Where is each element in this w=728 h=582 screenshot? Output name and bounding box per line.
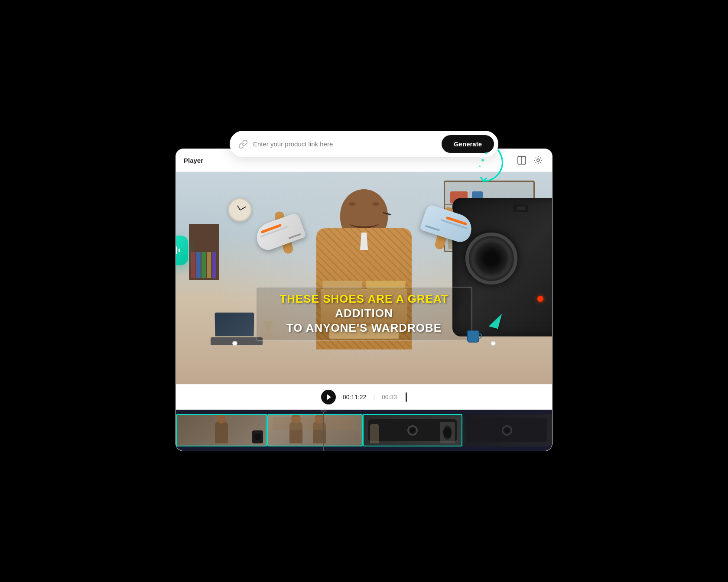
url-input[interactable] [253,140,442,148]
laptop-screen [214,313,254,336]
time-separator: | [373,394,375,401]
timeline-strip [176,414,552,446]
thumb-head-1 [217,414,226,424]
thumb-camera-2 [467,418,548,442]
playhead[interactable] [323,414,324,446]
wall-clock [228,198,252,222]
resize-handle-bottom-right[interactable] [491,341,496,346]
audio-waveform-icon [176,242,181,258]
svg-point-1 [479,165,481,167]
svg-point-10 [537,159,540,162]
camera-red-indicator [537,296,543,302]
left-arm [269,211,299,267]
thumb-person-1 [215,422,228,443]
settings-icon[interactable] [532,154,544,166]
thumb-lens-1 [407,425,418,436]
bookshelf [189,224,219,280]
subtitle-normal-1: ADDITION [335,307,393,320]
camera-lens [465,233,517,285]
timeline-segment-3[interactable] [363,414,462,446]
svg-rect-6 [176,246,177,254]
timeline[interactable] [176,410,552,451]
timeline-segment-4[interactable] [462,414,552,446]
player-header-icons [516,154,544,166]
laptop [211,310,263,345]
video-background: THESE SHOES ARE A GREAT ADDITION TO ANYO… [176,172,552,384]
teal-arrow-decoration [477,148,505,187]
timeline-segment-1[interactable] [176,414,267,446]
video-area: THESE SHOES ARE A GREAT ADDITION TO ANYO… [176,172,552,384]
main-container: Generate Player [169,131,559,451]
subtitle-highlight: THESE SHOES ARE A GREAT [280,292,448,305]
mug [467,330,479,343]
player-window: Player [176,149,552,451]
clock-minute-hand [240,206,246,210]
audio-icon-floating[interactable] [176,236,188,265]
layout-icon[interactable] [516,154,528,166]
playhead-marker [406,392,407,402]
subtitle-line2: TO ANYONE'S WARDROBE [286,321,442,334]
resize-handle-bottom-left[interactable] [232,341,237,346]
thumb-lens-2 [502,425,512,436]
timeline-segment-2[interactable] [267,414,363,446]
right-arm [429,207,459,263]
svg-point-0 [481,159,484,162]
link-icon [238,139,248,149]
total-time: 00:33 [382,394,397,401]
url-bar: Generate [230,131,498,157]
subtitle-overlay: THESE SHOES ARE A GREAT ADDITION TO ANYO… [256,287,472,341]
svg-rect-7 [179,249,180,252]
play-button[interactable] [321,390,336,404]
subtitle-text: THESE SHOES ARE A GREAT ADDITION TO ANYO… [265,292,463,336]
current-time: 00:11:22 [343,394,367,401]
player-controls: 00:11:22 | 00:33 [176,384,552,410]
player-title: Player [184,157,203,164]
svg-point-2 [485,152,488,155]
